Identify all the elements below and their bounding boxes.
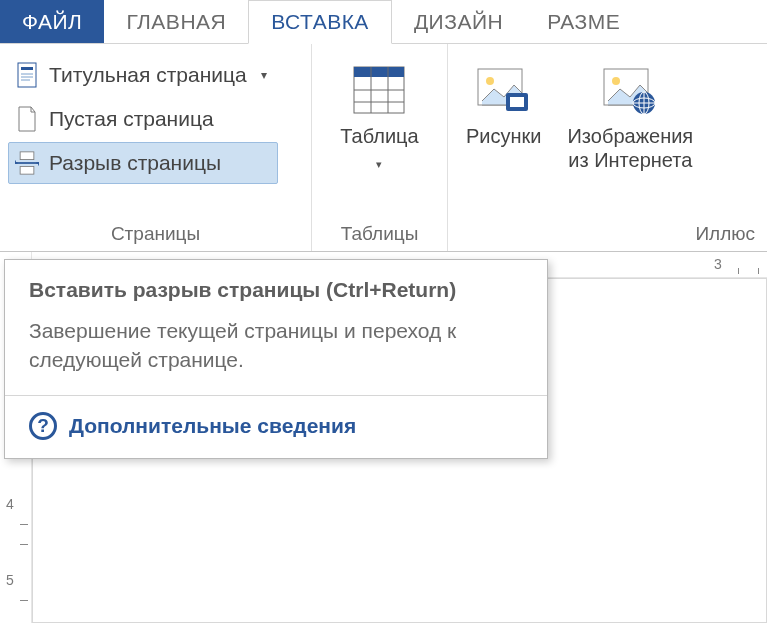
- table-button-label: Таблица: [340, 124, 418, 148]
- group-tables: Таблица ▾ Таблицы: [312, 44, 448, 251]
- table-button[interactable]: Таблица ▾: [330, 48, 428, 171]
- svg-point-19: [612, 77, 620, 85]
- tab-insert[interactable]: ВСТАВКА: [248, 0, 392, 44]
- tooltip-title: Вставить разрыв страницы (Ctrl+Return): [29, 278, 527, 302]
- tooltip-page-break: Вставить разрыв страницы (Ctrl+Return) З…: [4, 259, 548, 459]
- group-illustrations-label: Иллюс: [456, 219, 759, 251]
- tooltip-body: Завершение текущей страницы и переход к …: [29, 316, 527, 395]
- help-icon: ?: [29, 412, 57, 440]
- svg-rect-5: [20, 152, 34, 160]
- dropdown-caret-icon: ▾: [261, 68, 267, 82]
- ruler-number: 3: [714, 256, 722, 272]
- dropdown-caret-icon: ▾: [376, 158, 382, 171]
- tab-home[interactable]: ГЛАВНАЯ: [104, 0, 248, 43]
- online-pictures-button[interactable]: Изображения из Интернета: [557, 48, 703, 172]
- blank-page-label: Пустая страница: [49, 107, 214, 131]
- svg-rect-0: [18, 63, 36, 87]
- online-pictures-label2: из Интернета: [567, 148, 693, 172]
- page-break-label: Разрыв страницы: [49, 151, 221, 175]
- tooltip-more-link[interactable]: ? Дополнительные сведения: [29, 396, 527, 458]
- page-break-icon: [15, 149, 39, 177]
- group-pages-label: Страницы: [8, 219, 303, 251]
- pictures-button-label: Рисунки: [466, 124, 541, 148]
- svg-rect-1: [21, 67, 33, 70]
- cover-page-button[interactable]: Титульная страница ▾: [8, 54, 278, 96]
- tab-size[interactable]: РАЗМЕ: [525, 0, 642, 43]
- svg-rect-9: [354, 67, 404, 77]
- tab-file[interactable]: ФАЙЛ: [0, 0, 104, 43]
- cover-page-icon: [15, 61, 39, 89]
- svg-rect-17: [510, 97, 524, 107]
- svg-rect-6: [20, 166, 34, 174]
- group-tables-label: Таблицы: [320, 219, 439, 251]
- cover-page-label: Титульная страница: [49, 63, 247, 87]
- group-pages: Титульная страница ▾ Пустая страница: [0, 44, 312, 251]
- blank-page-button[interactable]: Пустая страница: [8, 98, 278, 140]
- table-icon: [351, 62, 407, 118]
- ribbon: Титульная страница ▾ Пустая страница: [0, 44, 767, 252]
- blank-page-icon: [15, 105, 39, 133]
- tooltip-more-label: Дополнительные сведения: [69, 414, 356, 438]
- group-illustrations: Рисунки Изобра: [448, 44, 767, 251]
- ruler-number: 4: [6, 496, 14, 512]
- pictures-button[interactable]: Рисунки: [456, 48, 551, 148]
- svg-point-15: [486, 77, 494, 85]
- online-pictures-icon: [602, 62, 658, 118]
- tab-design[interactable]: ДИЗАЙН: [392, 0, 525, 43]
- pictures-icon: [476, 62, 532, 118]
- online-pictures-label1: Изображения: [567, 124, 693, 148]
- tab-strip: ФАЙЛ ГЛАВНАЯ ВСТАВКА ДИЗАЙН РАЗМЕ: [0, 0, 767, 44]
- ruler-number: 5: [6, 572, 14, 588]
- page-break-button[interactable]: Разрыв страницы: [8, 142, 278, 184]
